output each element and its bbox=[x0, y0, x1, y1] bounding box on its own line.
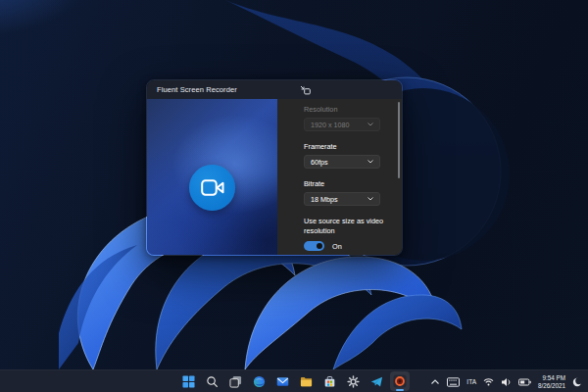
framerate-value: 60fps bbox=[311, 158, 328, 167]
fluent-screen-recorder-window: Fluent Screen Recorder bbox=[146, 79, 403, 256]
chevron-down-icon bbox=[368, 197, 373, 201]
preview-pane bbox=[147, 99, 277, 255]
toggle-knob bbox=[317, 243, 322, 249]
mail-icon bbox=[276, 375, 289, 388]
window-title: Fluent Screen Recorder bbox=[147, 85, 237, 94]
bitrate-value: 18 Mbps bbox=[311, 195, 338, 204]
bitrate-label: Bitrate bbox=[304, 179, 402, 188]
compact-overlay-button[interactable] bbox=[294, 80, 316, 99]
bitrate-dropdown[interactable]: 18 Mbps bbox=[304, 192, 380, 206]
titlebar[interactable]: Fluent Screen Recorder bbox=[147, 80, 402, 99]
record-button[interactable] bbox=[189, 165, 235, 211]
resolution-value: 1920 x 1080 bbox=[311, 121, 350, 129]
focus-assist-moon-icon bbox=[572, 377, 582, 387]
settings-pane: Resolution 1920 x 1080 Framerate 60fps B… bbox=[277, 99, 402, 255]
battery-icon bbox=[518, 377, 531, 387]
edge-browser-button[interactable] bbox=[249, 371, 269, 391]
search-button[interactable] bbox=[202, 371, 221, 391]
fluent-screen-recorder-icon bbox=[393, 374, 407, 388]
tray-date: 8/26/2021 bbox=[538, 382, 565, 390]
tray-time: 9:54 PM bbox=[538, 374, 565, 382]
search-icon bbox=[206, 375, 219, 388]
focus-assist-button[interactable] bbox=[572, 377, 582, 387]
edge-icon bbox=[253, 375, 266, 388]
volume-button[interactable] bbox=[501, 377, 512, 387]
source-size-label: Use source size as video resolution bbox=[304, 217, 384, 235]
microsoft-store-button[interactable] bbox=[319, 371, 339, 391]
resolution-label: Resolution bbox=[304, 105, 402, 114]
taskbar-center-icons bbox=[178, 370, 410, 392]
mail-button[interactable] bbox=[272, 371, 292, 391]
toggle-state-label: On bbox=[332, 242, 342, 251]
language-indicator[interactable]: ITA bbox=[466, 378, 476, 385]
resolution-dropdown[interactable]: 1920 x 1080 bbox=[304, 118, 380, 131]
task-view-icon bbox=[229, 375, 242, 388]
telegram-button[interactable] bbox=[367, 371, 386, 391]
touch-keyboard-icon bbox=[447, 377, 460, 387]
telegram-icon bbox=[370, 375, 383, 388]
compact-overlay-icon bbox=[300, 85, 311, 95]
settings-scrollbar[interactable] bbox=[398, 102, 400, 178]
touch-keyboard-button[interactable] bbox=[447, 377, 460, 387]
system-tray: ITA bbox=[430, 370, 582, 392]
wifi-icon bbox=[483, 377, 494, 386]
wifi-button[interactable] bbox=[483, 377, 494, 386]
tray-chevron-button[interactable] bbox=[430, 378, 440, 386]
file-explorer-button[interactable] bbox=[296, 371, 316, 391]
microsoft-store-icon bbox=[323, 375, 336, 388]
gear-icon bbox=[347, 375, 360, 388]
video-camera-icon bbox=[201, 179, 224, 196]
desktop: Fluent Screen Recorder bbox=[0, 0, 588, 392]
clock[interactable]: 9:54 PM 8/26/2021 bbox=[538, 374, 565, 389]
battery-button[interactable] bbox=[518, 377, 531, 387]
framerate-dropdown[interactable]: 60fps bbox=[304, 155, 380, 169]
source-size-toggle[interactable] bbox=[304, 241, 324, 251]
speaker-icon bbox=[501, 377, 512, 387]
start-button[interactable] bbox=[178, 371, 198, 391]
chevron-down-icon bbox=[368, 122, 373, 126]
file-explorer-icon bbox=[300, 375, 313, 388]
framerate-label: Framerate bbox=[304, 142, 402, 151]
taskbar: ITA bbox=[0, 369, 588, 392]
chevron-down-icon bbox=[368, 160, 373, 164]
task-view-button[interactable] bbox=[225, 371, 245, 391]
chevron-up-icon bbox=[430, 378, 440, 386]
fluent-screen-recorder-taskbar-button[interactable] bbox=[390, 371, 410, 391]
windows-start-icon bbox=[182, 375, 195, 388]
settings-app-button[interactable] bbox=[343, 371, 363, 391]
